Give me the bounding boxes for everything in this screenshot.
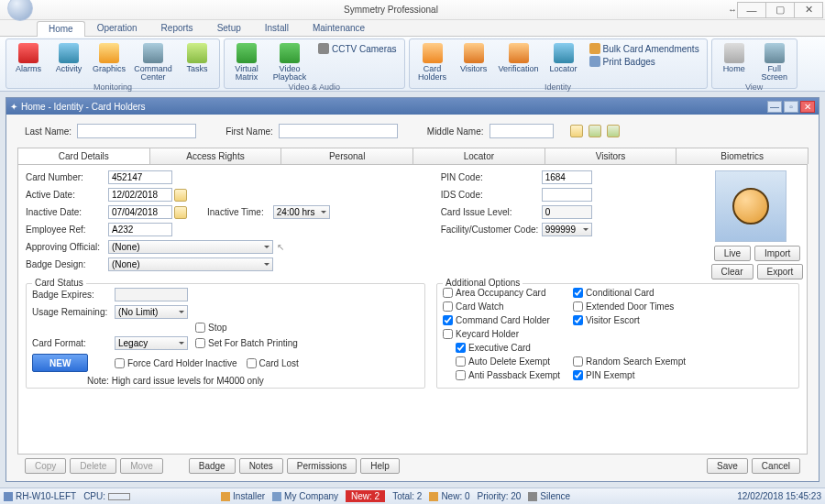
ribbon-graphics[interactable]: Graphics (91, 41, 127, 73)
status-new-alarms[interactable]: New: 2 (346, 490, 385, 502)
facility-select[interactable]: 999999 (542, 223, 592, 236)
ribbon-virtual-matrix[interactable]: Virtual Matrix (228, 41, 265, 82)
tab-install[interactable]: Install (253, 20, 301, 36)
card-format-select[interactable]: Legacy (115, 336, 188, 350)
last-name-label: Last Name: (25, 126, 72, 137)
ribbon-bulk-amendments[interactable]: Bulk Card Amendments (589, 43, 699, 54)
clear-button[interactable]: Clear (711, 264, 754, 279)
prev-icon[interactable] (588, 125, 601, 137)
tab-reports[interactable]: Reports (149, 20, 205, 36)
cancel-button[interactable]: Cancel (752, 458, 800, 474)
minimize-button[interactable]: — (737, 2, 766, 18)
close-button[interactable]: ✕ (794, 2, 823, 18)
ribbon-video-playback[interactable]: Video Playback (269, 41, 311, 82)
ribbon-print-badges[interactable]: Print Badges (589, 56, 699, 67)
save-button[interactable]: Save (707, 458, 748, 474)
live-button[interactable]: Live (714, 246, 751, 261)
last-name-input[interactable] (77, 124, 196, 138)
executive-checkbox[interactable]: Executive Card (456, 343, 531, 353)
active-date-input[interactable] (108, 188, 172, 202)
visitor-escort-checkbox[interactable]: Visitor Escort (573, 315, 640, 325)
status-total: Total: 2 (392, 491, 422, 501)
tab-visitors[interactable]: Visitors (544, 148, 677, 164)
child-minimize[interactable]: — (767, 101, 782, 113)
badge-design-label: Badge Design: (26, 259, 108, 269)
calendar-icon[interactable] (174, 206, 187, 219)
conditional-checkbox[interactable]: Conditional Card (573, 288, 654, 298)
ribbon-visitors[interactable]: Visitors (456, 41, 492, 73)
tab-operation[interactable]: Operation (85, 20, 149, 36)
ribbon-card-holders[interactable]: Card Holders (413, 41, 452, 82)
home-icon (724, 43, 744, 63)
usage-select[interactable]: (No Limit) (115, 305, 188, 319)
card-watch-checkbox[interactable]: Card Watch (443, 301, 562, 312)
matrix-icon (236, 43, 257, 63)
tab-personal[interactable]: Personal (280, 148, 413, 164)
child-maximize[interactable]: ▫ (784, 101, 798, 113)
next-icon[interactable] (607, 125, 620, 137)
pin-exempt-checkbox[interactable]: PIN Exempt (573, 370, 634, 380)
batch-checkbox[interactable]: Set For Batch Printing (195, 338, 298, 348)
notes-button[interactable]: Notes (239, 458, 283, 474)
first-name-label: First Name: (226, 126, 273, 137)
copy-button[interactable]: Copy (25, 458, 66, 474)
help-button[interactable]: Help (360, 458, 400, 474)
tab-access-rights[interactable]: Access Rights (149, 148, 282, 164)
ribbon-verification[interactable]: Verification (496, 41, 542, 73)
status-host: RH-W10-LEFT (4, 491, 76, 501)
stop-checkbox[interactable]: Stop (195, 323, 227, 333)
inactive-date-input[interactable] (108, 205, 172, 219)
autodelete-checkbox[interactable]: Auto Delete Exempt (456, 356, 562, 367)
ribbon-tasks[interactable]: Tasks (179, 41, 215, 73)
extended-door-checkbox[interactable]: Extended Door Times (573, 301, 674, 312)
tab-card-details[interactable]: Card Details (17, 148, 150, 164)
ribbon-home[interactable]: Home (716, 41, 753, 73)
statusbar: RH-W10-LEFT CPU: Installer My Company Ne… (0, 488, 825, 504)
force-inactive-checkbox[interactable]: Force Card Holder Inactive (115, 358, 237, 368)
card-lost-checkbox[interactable]: Card Lost (247, 358, 299, 368)
move-button[interactable]: Move (120, 458, 162, 474)
employee-ref-input[interactable] (108, 223, 172, 236)
pin-input[interactable] (542, 170, 592, 184)
permissions-button[interactable]: Permissions (287, 458, 357, 474)
status-silence[interactable]: Silence (528, 491, 570, 501)
tab-maintenance[interactable]: Maintenance (301, 20, 377, 36)
badge-button[interactable]: Badge (189, 458, 236, 474)
first-name-input[interactable] (279, 124, 398, 138)
inactive-time-select[interactable]: 24:00 hrs (273, 205, 330, 219)
calendar-icon[interactable] (174, 189, 187, 202)
approving-select[interactable]: (None) (108, 240, 273, 254)
child-close[interactable]: ✕ (800, 101, 815, 113)
status-company: My Company (272, 491, 338, 501)
tab-setup[interactable]: Setup (205, 20, 253, 36)
ribbon-cctv[interactable]: CCTV Cameras (318, 43, 397, 54)
delete-button[interactable]: Delete (70, 458, 116, 474)
tab-biometrics[interactable]: Biometrics (676, 148, 808, 164)
ribbon-locator[interactable]: Locator (545, 41, 582, 73)
fullscreen-icon (764, 43, 785, 63)
command-card-checkbox[interactable]: Command Card Holder (443, 315, 562, 325)
ids-input[interactable] (542, 188, 592, 202)
app-logo-icon (7, 0, 33, 21)
ribbon: Alarms Activity Graphics Command Center … (0, 37, 825, 92)
maximize-button[interactable]: ▢ (765, 2, 795, 18)
activity-icon (59, 43, 79, 63)
tab-locator[interactable]: Locator (412, 148, 545, 164)
ribbon-command-center[interactable]: Command Center (131, 41, 175, 82)
ribbon-fullscreen[interactable]: Full Screen (756, 41, 793, 82)
antipassback-checkbox[interactable]: Anti Passback Exempt (456, 370, 562, 380)
keycard-checkbox[interactable]: Keycard Holder (443, 329, 519, 339)
new-button[interactable]: NEW (32, 354, 88, 372)
tab-home[interactable]: Home (37, 21, 85, 37)
random-search-checkbox[interactable]: Random Search Exempt (573, 356, 686, 367)
export-button[interactable]: Export (757, 264, 804, 279)
ribbon-activity[interactable]: Activity (50, 41, 87, 73)
ribbon-alarms[interactable]: Alarms (10, 41, 47, 73)
badge-design-select[interactable]: (None) (108, 257, 273, 271)
portrait-placeholder (715, 170, 786, 242)
edit-icon[interactable] (570, 125, 583, 137)
import-button[interactable]: Import (754, 246, 800, 261)
card-number-input[interactable] (108, 170, 172, 184)
area-occupancy-checkbox[interactable]: Area Occupancy Card (443, 288, 562, 298)
middle-name-input[interactable] (490, 124, 554, 138)
